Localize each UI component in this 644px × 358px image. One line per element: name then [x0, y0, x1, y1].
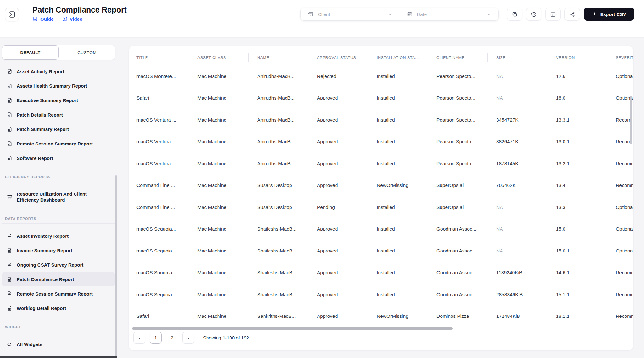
sidebar-item-patch-details-report[interactable]: PPatch Details Report: [2, 107, 115, 122]
table-cell: Installed: [368, 248, 428, 254]
table-row[interactable]: macOS Ventura ...Mac MachineAnirudhs-Mac…: [129, 153, 633, 175]
sidebar-item-patch-compliance-report[interactable]: Patch Compliance Report: [2, 272, 115, 286]
sidebar-item-software-report[interactable]: PSoftware Report: [2, 151, 115, 165]
sidebar-item-label: Asset Inventory Report: [17, 233, 69, 239]
sidebar-item-label: All Widgets: [17, 342, 42, 347]
download-icon: [592, 12, 597, 17]
table-cell: Anirudhs-MacB...: [248, 95, 308, 101]
table-cell: Safari: [129, 313, 189, 319]
table-row[interactable]: macOS Sequoia...Mac MachineShaileshs-Mac…: [129, 240, 633, 262]
table-cell: Optional: [607, 73, 633, 79]
table-row[interactable]: macOS Montere...Mac MachineAnirudhs-MacB…: [129, 65, 633, 87]
column-header-asset-class: ASSET CLASS: [189, 56, 248, 60]
sidebar-item-label: Remote Session Summary Report: [17, 141, 93, 146]
table-row[interactable]: Command Line ...Mac MachineSusai's Deskt…: [129, 175, 633, 197]
svg-text:P: P: [9, 71, 10, 73]
sidebar-item-asset-inventory-report[interactable]: Asset Inventory Report: [2, 229, 115, 243]
table-cell: 18.1.1: [547, 313, 607, 319]
sidebar-scrollbar[interactable]: [115, 175, 117, 357]
table-cell: Rejected: [308, 73, 368, 79]
table-cell: Optional: [607, 248, 633, 254]
table-cell: Approved: [308, 117, 368, 123]
table-cell: Approved: [308, 139, 368, 144]
table-cell: Goodman Assoc...: [428, 270, 487, 275]
table-cell: macOS Ventura ...: [129, 161, 189, 166]
column-header-size: SIZE: [487, 56, 547, 60]
table-cell: Recommended: [607, 117, 633, 123]
table-cell: NA: [487, 95, 547, 101]
tab-custom[interactable]: CUSTOM: [59, 45, 115, 60]
report-summary-icon[interactable]: [132, 8, 137, 13]
table-cell: Command Line ...: [129, 182, 189, 188]
table-cell: NA: [487, 204, 547, 210]
table-cell: 15.1.1: [547, 292, 607, 297]
report-console-icon: [8, 10, 16, 19]
table-row[interactable]: macOS Sequoia...Mac MachineShaileshs-Mac…: [129, 284, 633, 306]
data-doc-icon: [7, 262, 13, 268]
date-filter-dropdown[interactable]: Date: [400, 8, 499, 20]
table-cell: macOS Sequoia...: [129, 248, 189, 254]
table-row[interactable]: macOS Sonoma...Mac MachineShaileshs-MacB…: [129, 262, 633, 284]
table-cell: Installed: [368, 226, 428, 232]
table-cell: Mac Machine: [189, 226, 248, 232]
client-filter-value: Client: [318, 12, 383, 17]
table-cell: 13.0.1: [547, 139, 607, 144]
tab-default[interactable]: DEFAULT: [2, 45, 59, 60]
page-number-1[interactable]: 1: [150, 332, 162, 344]
export-csv-button[interactable]: Export CSV: [584, 8, 634, 21]
report-app-button[interactable]: [5, 8, 19, 21]
client-filter-dropdown[interactable]: Client: [301, 8, 400, 20]
table-row[interactable]: Command Line ...Mac MachineSusai's Deskt…: [129, 196, 633, 218]
prev-page-button[interactable]: [133, 332, 145, 344]
sidebar-item-resource-utilization-and-client-efficiency-dashboard[interactable]: Resource Utilization And Client Efficien…: [2, 187, 115, 207]
report-doc-icon: P: [7, 97, 13, 103]
sidebar-item-asset-activity-report[interactable]: PAsset Activity Report: [2, 64, 115, 79]
chevron-right-icon: [186, 335, 191, 340]
section-divider: [2, 182, 115, 182]
sidebar-section-heading-efficiency-reports: EFFICIENCY REPORTS: [2, 175, 115, 179]
table-row[interactable]: SafariMac MachineSankriths-MacB...Approv…: [129, 306, 633, 328]
copy-report-button[interactable]: [507, 8, 522, 21]
sidebar-item-ongoing-csat-survey-report[interactable]: Ongoing CSAT Survey Report: [2, 258, 115, 272]
video-link-label: Video: [70, 16, 83, 22]
table-row[interactable]: macOS Ventura ...Mac MachineAnirudhs-Mac…: [129, 109, 633, 131]
next-page-button[interactable]: [182, 332, 194, 344]
sidebar-group-items: PAsset Activity ReportPAssets Health Sum…: [2, 64, 115, 165]
table-cell: Mac Machine: [189, 248, 248, 254]
table-cell: Mac Machine: [189, 139, 248, 144]
sidebar-item-worklog-detail-report[interactable]: Worklog Detail Report: [2, 301, 115, 315]
sidebar-group-items: Resource Utilization And Client Efficien…: [2, 187, 115, 207]
sidebar-item-assets-health-summary-report[interactable]: PAssets Health Summary Report: [2, 79, 115, 93]
table-cell: macOS Sonoma...: [129, 270, 189, 275]
horizontal-scrollbar[interactable]: [132, 327, 453, 330]
table-row[interactable]: SafariMac MachineAnirudhs-MacB...Approve…: [129, 87, 633, 109]
table-cell: 13.3: [547, 204, 607, 210]
sidebar-item-executive-summary-report[interactable]: PExecutive Summary Report: [2, 93, 115, 107]
sidebar-item-remote-session-summary-report[interactable]: PRemote Session Summary Report: [2, 136, 115, 151]
table-cell: 705462K: [487, 182, 547, 188]
table-cell: Approved: [308, 313, 368, 319]
vertical-scrollbar[interactable]: [630, 96, 632, 144]
page-number-2[interactable]: 2: [166, 332, 178, 344]
share-button[interactable]: [564, 8, 580, 21]
table-cell: Pearson Specto...: [428, 139, 487, 144]
table-cell: macOS Sequoia...: [129, 226, 189, 232]
sidebar-item-invoice-summary-report[interactable]: Invoice Summary Report: [2, 243, 115, 258]
video-link[interactable]: Video: [62, 16, 83, 22]
history-button[interactable]: [526, 8, 541, 21]
sidebar-item-label: Assets Health Summary Report: [17, 83, 87, 89]
patch-compliance-report-page: Patch Compliance Report Guide Video Clie…: [0, 0, 644, 358]
table-row[interactable]: macOS Sequoia...Mac MachineShaileshs-Mac…: [129, 218, 633, 240]
sidebar-item-label: Patch Summary Report: [17, 127, 69, 132]
table-cell: Anirudhs-MacB...: [248, 139, 308, 144]
guide-link[interactable]: Guide: [32, 16, 54, 22]
sidebar-item-patch-summary-report[interactable]: PPatch Summary Report: [2, 122, 115, 136]
column-header-title: TITLE: [129, 56, 189, 60]
svg-text:P: P: [9, 129, 10, 131]
schedule-button[interactable]: [545, 8, 561, 21]
sidebar-item-all-widgets[interactable]: All Widgets: [2, 337, 115, 351]
table-row[interactable]: macOS Ventura ...Mac MachineAnirudhs-Mac…: [129, 131, 633, 153]
sidebar-item-remote-session-summary-report[interactable]: Remote Session Summary Report: [2, 286, 115, 301]
column-header-client-name: CLIENT NAME: [428, 56, 487, 60]
share-icon: [569, 11, 575, 18]
